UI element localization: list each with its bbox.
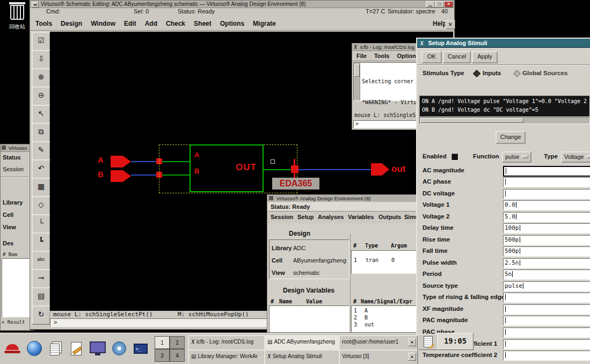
left-session-titlebar[interactable]: Virtuoso: [1, 144, 34, 152]
menu-options[interactable]: Options: [220, 20, 244, 27]
probe-icon[interactable]: ⊸: [32, 269, 50, 288]
rise-time-input[interactable]: 500p: [503, 235, 590, 245]
menu-session[interactable]: Session: [271, 214, 293, 220]
selected-pin-out[interactable]: [291, 165, 298, 173]
output-pin[interactable]: [371, 163, 389, 176]
media-player-icon[interactable]: [110, 336, 129, 361]
wire-label-icon[interactable]: abc: [32, 251, 50, 270]
source-type-input[interactable]: pulse: [503, 281, 590, 292]
menu-variables[interactable]: Variables: [348, 214, 374, 220]
stimulus-item-b[interactable]: ON B /gnd! Voltage dc "DC voltage"=5: [420, 106, 589, 114]
cancel-button[interactable]: Cancel: [443, 51, 471, 63]
block-pin-a[interactable]: A: [194, 151, 199, 159]
menu-tools[interactable]: Tools: [374, 53, 390, 59]
workspace-2[interactable]: 2: [170, 336, 185, 349]
redraw-icon[interactable]: ↻: [32, 305, 50, 325]
workspace-1[interactable]: 1: [155, 336, 170, 349]
output-row-name[interactable]: out: [365, 322, 374, 327]
workspace-3[interactable]: 3: [155, 349, 170, 362]
stimulus-item-a[interactable]: ON A /gnd! Voltage pulse "Voltage 1"=0.0…: [420, 97, 589, 106]
output-row-num[interactable]: 1: [354, 308, 357, 314]
global-sources-radio-label[interactable]: Global Sources: [522, 70, 567, 76]
sheet-icon[interactable]: ▤: [32, 287, 50, 307]
clock[interactable]: 19:05: [437, 333, 474, 350]
net-label-b[interactable]: B: [98, 170, 104, 179]
workspace-4[interactable]: 4: [170, 349, 185, 362]
wire-out-green[interactable]: [264, 169, 291, 170]
menu-add[interactable]: Add: [145, 20, 157, 27]
close-icon[interactable]: ✕: [446, 20, 455, 29]
menu-file[interactable]: File: [356, 53, 367, 59]
left-panel-list[interactable]: [2, 258, 33, 317]
output-row-name[interactable]: A: [365, 308, 368, 314]
taskbar-item-setup-stimuli[interactable]: XSetup Analog Stimuli: [264, 350, 341, 364]
menu-outputs[interactable]: Outputs: [378, 214, 401, 220]
adc-block-instance[interactable]: A B OUT: [190, 144, 264, 192]
voltage1-input[interactable]: 0.0: [503, 200, 590, 210]
temp-coeff1-input[interactable]: [503, 339, 590, 350]
pac-magnitude-input[interactable]: [503, 316, 590, 326]
inputs-radio[interactable]: [473, 70, 480, 77]
edge-type-input[interactable]: [503, 293, 590, 303]
output-row-num[interactable]: 3: [354, 322, 357, 327]
period-input[interactable]: 5n: [503, 270, 590, 280]
minimize-icon[interactable]: ▁: [426, 1, 435, 8]
web-browser-icon[interactable]: [25, 336, 44, 361]
window-menu-icon[interactable]: ▬: [32, 2, 39, 8]
analysis-row-type[interactable]: tran: [366, 257, 378, 263]
display-settings-icon[interactable]: [88, 336, 107, 361]
save-icon[interactable]: ⇩: [32, 50, 50, 69]
stimuli-hscrollbar[interactable]: [419, 117, 590, 124]
temp-coeff2-input[interactable]: [503, 351, 590, 361]
scrollbar-thumb[interactable]: [354, 64, 360, 77]
watermark-label[interactable]: EDA365: [272, 178, 319, 190]
expand-up-icon[interactable]: ▴: [408, 338, 416, 346]
wire-b-blue[interactable]: [131, 174, 159, 176]
menu-edit[interactable]: Edit: [124, 20, 136, 27]
taskbar-item-virtuoso-group[interactable]: Virtuoso [3]▴: [339, 350, 418, 364]
wide-wire-icon[interactable]: ┗: [32, 232, 50, 252]
close-icon[interactable]: ✕: [444, 1, 453, 8]
wire-a-blue[interactable]: [131, 161, 159, 162]
copy-icon[interactable]: ⧉: [32, 123, 50, 142]
zoom-out-icon[interactable]: ⊖: [32, 86, 50, 106]
instance-icon[interactable]: ▦: [32, 178, 50, 197]
output-row-name[interactable]: B: [365, 315, 368, 321]
menu-setup[interactable]: Setup: [297, 214, 314, 220]
type-dropdown[interactable]: Voltage: [561, 151, 590, 163]
wire-out-blue[interactable]: [298, 169, 376, 170]
net-label-a[interactable]: A: [98, 155, 104, 164]
enabled-checkbox[interactable]: [451, 154, 458, 161]
maximize-icon[interactable]: ▢: [435, 1, 444, 8]
taskbar-item-adc-schematic[interactable]: ▤ADC AByumenfangzheng: [264, 335, 341, 351]
main-menu-redhat-icon[interactable]: [3, 336, 23, 361]
stimuli-list[interactable]: ON A /gnd! Voltage pulse "Voltage 1"=0.0…: [419, 96, 590, 117]
ac-phase-input[interactable]: [503, 177, 590, 187]
log-vscrollbar[interactable]: [354, 63, 360, 100]
analysis-row-args[interactable]: 0: [391, 257, 395, 263]
delay-time-input[interactable]: 100p: [503, 223, 590, 234]
taskbar-item-icfb-log[interactable]: Xicfb - Log: /root/CDS.log: [188, 335, 266, 351]
net-label-out[interactable]: out: [391, 164, 405, 174]
input-pin-a[interactable]: [111, 156, 131, 168]
main-titlebar[interactable]: ▬ Virtuoso® Schematic Editing: ADC AByum…: [30, 1, 454, 8]
menu-design[interactable]: Design: [61, 20, 82, 27]
scrollbar-thumb[interactable]: [420, 118, 523, 123]
menu-analyses[interactable]: Analyses: [318, 214, 344, 220]
property-icon[interactable]: ✎: [32, 141, 50, 161]
pin-icon[interactable]: ◇: [32, 196, 50, 215]
output-row-num[interactable]: 2: [354, 315, 357, 321]
taskbar-item-library-manager[interactable]: ▤Library Manager: WorkAr: [188, 350, 266, 364]
menu-sheet[interactable]: Sheet: [194, 20, 212, 27]
global-sources-radio[interactable]: [513, 70, 521, 77]
taskbar-item-terminal[interactable]: root@user:/home/user1▴: [339, 335, 418, 351]
block-pin-out[interactable]: OUT: [236, 162, 257, 173]
ok-button[interactable]: OK: [421, 51, 442, 63]
ac-magnitude-input[interactable]: [503, 166, 590, 177]
check-and-save-icon[interactable]: ☑: [32, 32, 50, 51]
stretch-icon[interactable]: ↖: [32, 105, 50, 124]
menu-check[interactable]: Check: [166, 20, 185, 27]
pulse-width-input[interactable]: 2.5n: [503, 258, 590, 268]
menu-window[interactable]: Window: [91, 20, 115, 27]
expand-up-icon[interactable]: ▴: [408, 353, 416, 361]
